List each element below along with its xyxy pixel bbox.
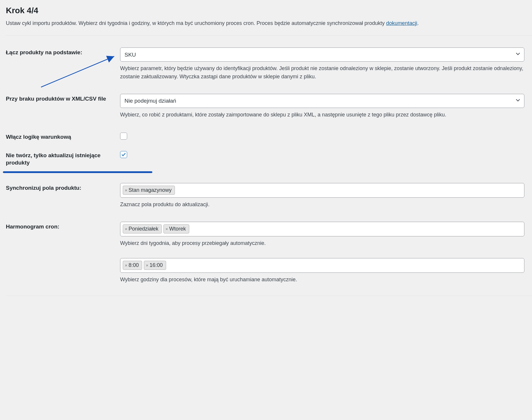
help-missing-products: Wybierz, co robić z produktami, które zo… [120, 111, 524, 119]
tag-cron-hour: × 16:00 [144, 261, 166, 270]
divider [6, 296, 532, 296]
tags-cron-hours[interactable]: × 8:00 × 16:00 [120, 258, 524, 273]
label-cron-schedule: Harmonogram cron: [6, 222, 120, 231]
tags-sync-fields[interactable]: × Stan magazynowy [120, 183, 524, 198]
tag-label: 8:00 [129, 262, 139, 268]
label-sync-fields: Synchronizuj pola produktu: [6, 183, 120, 192]
close-icon[interactable]: × [166, 227, 168, 231]
label-link-products: Łącz produkty na podstawie: [6, 48, 120, 56]
row-sync-fields: Synchronizuj pola produktu: × Stan magaz… [6, 183, 532, 209]
help-cron-days: Wybierz dni tygodnia, aby procesy przebi… [120, 239, 524, 248]
tag-cron-day: × Wtorek [163, 224, 189, 233]
row-link-products: Łącz produkty na podstawie: SKU Wybierz … [6, 48, 532, 81]
row-only-update: Nie twórz, tylko aktualizuj istniejące p… [6, 150, 532, 167]
documentation-link[interactable]: dokumentacji [386, 20, 417, 26]
row-missing-products: Przy braku produktów w XML/CSV file Nie … [6, 94, 532, 119]
select-link-products[interactable]: SKU [120, 48, 524, 62]
tag-label: 16:00 [150, 262, 163, 268]
annotation-underline [3, 171, 152, 173]
tag-label: Poniedziałek [129, 226, 158, 232]
tag-cron-day: × Poniedziałek [123, 224, 162, 233]
help-sync-fields: Zaznacz pola produktu do aktualizacji. [120, 201, 524, 209]
checkbox-conditional-logic[interactable] [120, 133, 127, 140]
close-icon[interactable]: × [125, 263, 127, 267]
close-icon[interactable]: × [125, 188, 127, 192]
close-icon[interactable]: × [125, 227, 127, 231]
tag-label: Wtorek [169, 226, 186, 232]
select-missing-products[interactable]: Nie podejmuj działań [120, 94, 524, 108]
page-title: Krok 4/4 [6, 6, 532, 15]
label-missing-products: Przy braku produktów w XML/CSV file [6, 94, 120, 103]
label-conditional-logic: Włącz logikę warunkową [6, 132, 120, 141]
divider [6, 35, 532, 36]
checkbox-only-update[interactable] [120, 151, 127, 158]
tag-sync-field: × Stan magazynowy [123, 186, 175, 195]
help-cron-hours: Wybierz godziny dla procesów, które mają… [120, 276, 524, 284]
tag-cron-hour: × 8:00 [123, 261, 142, 270]
tags-cron-days[interactable]: × Poniedziałek × Wtorek [120, 222, 524, 236]
annotation-arrow [38, 53, 120, 92]
label-only-update: Nie twórz, tylko aktualizuj istniejące p… [6, 150, 120, 167]
intro-text: Ustaw cykl importu produktów. Wybierz dn… [6, 19, 532, 27]
help-link-products: Wybierz parametr, który będzie używany d… [120, 65, 524, 81]
tag-label: Stan magazynowy [129, 187, 172, 193]
row-cron-schedule: Harmonogram cron: × Poniedziałek × Wtore… [6, 222, 532, 284]
svg-line-0 [41, 56, 114, 87]
row-conditional-logic: Włącz logikę warunkową [6, 132, 532, 141]
close-icon[interactable]: × [146, 263, 149, 267]
